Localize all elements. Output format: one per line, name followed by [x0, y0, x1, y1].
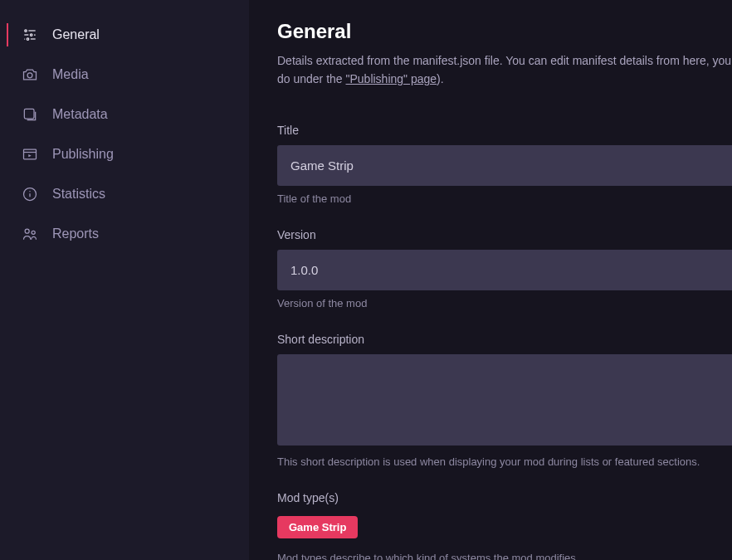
- publishing-page-link[interactable]: "Publishing" page: [346, 72, 437, 85]
- sidebar: General Media Metadata Publishing Statis…: [0, 0, 249, 560]
- sidebar-item-label: Reports: [52, 226, 99, 241]
- svg-point-17: [32, 231, 35, 234]
- title-helper: Title of the mod: [277, 192, 732, 205]
- sidebar-item-label: Metadata: [52, 107, 108, 122]
- version-label: Version: [277, 228, 732, 241]
- svg-rect-10: [24, 149, 37, 159]
- sidebar-item-general[interactable]: General: [0, 15, 249, 55]
- publish-icon: [22, 146, 38, 163]
- svg-point-5: [27, 38, 29, 41]
- sidebar-item-metadata[interactable]: Metadata: [0, 95, 249, 134]
- svg-rect-9: [24, 109, 34, 119]
- svg-marker-12: [28, 154, 31, 157]
- sidebar-item-reports[interactable]: Reports: [0, 214, 249, 254]
- page-description: Details extracted from the manifest.json…: [277, 51, 732, 89]
- title-field-group: Title Title of the mod: [277, 124, 732, 205]
- sidebar-item-statistics[interactable]: Statistics: [0, 174, 249, 214]
- title-label: Title: [277, 124, 732, 137]
- svg-point-8: [27, 73, 32, 78]
- sidebar-item-label: Media: [52, 67, 89, 82]
- svg-point-2: [30, 34, 32, 37]
- sidebar-item-label: Statistics: [52, 187, 105, 202]
- version-input[interactable]: [277, 250, 732, 290]
- short-desc-input[interactable]: [277, 354, 732, 446]
- mod-types-label: Mod type(s): [277, 491, 732, 504]
- version-helper: Version of the mod: [277, 297, 732, 309]
- svg-point-15: [29, 191, 30, 192]
- mod-types-field-group: Mod type(s) Game Strip Mod types describ…: [277, 491, 732, 560]
- mod-types-helper: Mod types describe to which kind of syst…: [277, 552, 732, 560]
- version-field-group: Version Version of the mod: [277, 228, 732, 309]
- short-desc-field-group: Short description This short description…: [277, 333, 732, 468]
- reports-icon: [22, 226, 38, 242]
- camera-icon: [22, 66, 38, 83]
- sidebar-item-publishing[interactable]: Publishing: [0, 134, 249, 174]
- sliders-icon: [22, 27, 38, 43]
- main-content: General Details extracted from the manif…: [249, 0, 732, 560]
- sidebar-item-media[interactable]: Media: [0, 55, 249, 95]
- svg-point-0: [25, 30, 27, 32]
- sidebar-item-label: General: [52, 27, 100, 42]
- page-desc-suffix: ).: [437, 72, 444, 85]
- short-desc-label: Short description: [277, 333, 732, 346]
- sidebar-item-label: Publishing: [52, 147, 114, 162]
- svg-point-16: [25, 229, 29, 233]
- short-desc-helper: This short description is used when disp…: [277, 455, 732, 468]
- info-icon: [22, 186, 38, 202]
- mod-type-tag[interactable]: Game Strip: [277, 516, 358, 538]
- page-title: General: [277, 20, 732, 43]
- title-input[interactable]: [277, 145, 732, 186]
- layers-icon: [22, 106, 38, 123]
